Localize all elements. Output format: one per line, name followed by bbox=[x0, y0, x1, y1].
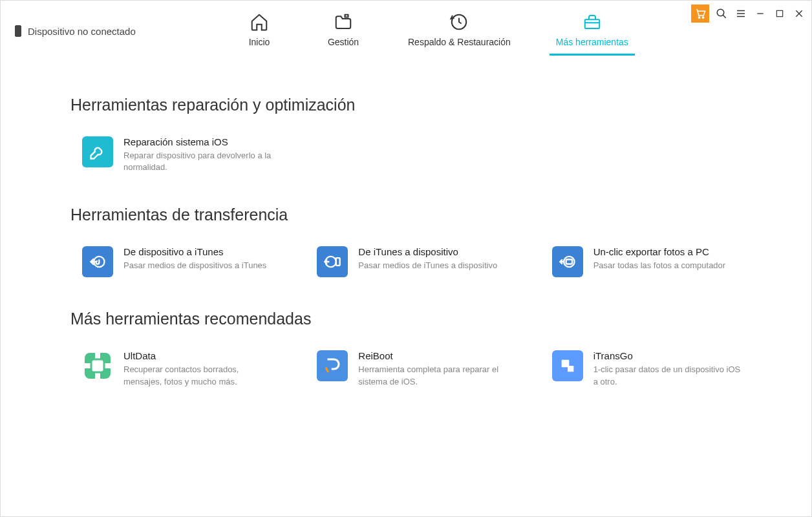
tool-title: ReiBoot bbox=[358, 350, 506, 361]
wrench-icon bbox=[82, 136, 113, 167]
tool-title: De dispositivo a iTunes bbox=[123, 246, 272, 257]
tool-title: iTransGo bbox=[593, 350, 742, 361]
tool-ios-repair[interactable]: Reparación sistema iOS Reparar dispositi… bbox=[82, 136, 289, 173]
maximize-button[interactable] bbox=[773, 6, 787, 21]
export-photos-icon bbox=[552, 246, 583, 277]
tool-text: iTransGo 1-clic pasar datos de un dispos… bbox=[593, 350, 742, 387]
svg-point-4 bbox=[717, 9, 724, 16]
section-recommended-title: Más herramientas recomendadas bbox=[70, 310, 742, 328]
tab-tools[interactable]: Más herramientas bbox=[556, 12, 628, 56]
repair-row: Reparación sistema iOS Reparar dispositi… bbox=[70, 136, 742, 173]
transfer-row: De dispositivo a iTunes Pasar medios de … bbox=[70, 246, 742, 277]
tool-desc: Herramienta completa para reparar el sis… bbox=[358, 364, 506, 387]
tab-manage[interactable]: Gestión bbox=[324, 12, 363, 56]
tool-ultdata[interactable]: UltData Recuperar contactos borrados, me… bbox=[82, 350, 272, 387]
device-to-itunes-icon bbox=[82, 246, 113, 277]
section-transfer-title: Herramientas de transferencia bbox=[70, 206, 742, 224]
svg-rect-8 bbox=[336, 258, 340, 266]
section-repair-title: Herramientas reparación y optimización bbox=[70, 96, 742, 114]
maximize-icon bbox=[775, 9, 784, 18]
nav-tabs: Inicio Gestión Respaldo & Restauración M… bbox=[240, 12, 628, 56]
toolbox-icon bbox=[582, 12, 602, 32]
window-controls bbox=[691, 5, 806, 23]
menu-button[interactable] bbox=[734, 6, 748, 21]
tool-title: UltData bbox=[123, 350, 272, 361]
tool-itunes-to-device[interactable]: De iTunes a dispositivo Pasar medios de … bbox=[317, 246, 506, 277]
recommended-row: UltData Recuperar contactos borrados, me… bbox=[70, 350, 742, 387]
minimize-button[interactable] bbox=[753, 6, 767, 21]
device-status: Dispositivo no conectado bbox=[1, 1, 136, 37]
tool-itransgo[interactable]: iTransGo 1-clic pasar datos de un dispos… bbox=[552, 350, 742, 387]
section-transfer: Herramientas de transferencia De disposi… bbox=[70, 206, 742, 277]
tool-text: ReiBoot Herramienta completa para repara… bbox=[358, 350, 506, 387]
header-bar: Dispositivo no conectado Inicio Gestión … bbox=[1, 1, 811, 60]
tool-text: UltData Recuperar contactos borrados, me… bbox=[123, 350, 272, 387]
tool-desc: Pasar todas las fotos a computador bbox=[593, 260, 742, 271]
itransgo-icon bbox=[552, 350, 583, 381]
svg-rect-10 bbox=[566, 260, 572, 264]
svg-rect-17 bbox=[568, 366, 573, 372]
tool-desc: 1-clic pasar datos de un dispositivo iOS… bbox=[593, 364, 742, 387]
folder-icon bbox=[334, 12, 353, 32]
tab-home-label: Inicio bbox=[249, 37, 270, 47]
main-content: Herramientas reparación y optimización R… bbox=[1, 60, 811, 388]
tab-home[interactable]: Inicio bbox=[240, 12, 279, 56]
cart-icon bbox=[694, 8, 706, 19]
tool-title: Un-clic exportar fotos a PC bbox=[593, 246, 742, 257]
menu-icon bbox=[735, 8, 747, 19]
tool-desc: Recuperar contactos borrados, mensajes, … bbox=[123, 364, 272, 387]
reiboot-icon bbox=[317, 350, 348, 381]
svg-point-2 bbox=[698, 17, 700, 18]
backup-icon bbox=[449, 12, 469, 32]
tab-backup-label: Respaldo & Restauración bbox=[408, 37, 511, 47]
search-icon bbox=[716, 8, 727, 19]
device-status-text: Dispositivo no conectado bbox=[28, 26, 136, 37]
tool-title: De iTunes a dispositivo bbox=[358, 246, 506, 257]
home-icon bbox=[250, 12, 269, 32]
svg-rect-14 bbox=[95, 352, 100, 380]
tool-text: De dispositivo a iTunes Pasar medios de … bbox=[123, 246, 272, 277]
tab-backup[interactable]: Respaldo & Restauración bbox=[408, 12, 511, 56]
cart-button[interactable] bbox=[691, 5, 709, 23]
itunes-to-device-icon bbox=[317, 246, 348, 277]
tab-tools-label: Más herramientas bbox=[556, 37, 628, 47]
tool-desc: Pasar medios de dispositivos a iTunes bbox=[123, 260, 272, 271]
section-recommended: Más herramientas recomendadas UltData Re… bbox=[70, 310, 742, 387]
close-button[interactable] bbox=[792, 6, 806, 21]
tool-text: De iTunes a dispositivo Pasar medios de … bbox=[358, 246, 506, 277]
search-button[interactable] bbox=[714, 6, 729, 21]
svg-point-3 bbox=[702, 17, 703, 18]
phone-icon bbox=[15, 25, 21, 37]
svg-rect-1 bbox=[585, 19, 600, 28]
ultdata-icon bbox=[82, 350, 113, 381]
tool-desc: Pasar medios de iTunes a dispositivo bbox=[358, 260, 506, 271]
svg-rect-5 bbox=[776, 10, 782, 16]
tool-desc: Reparar dispositivo para devolverlo a la… bbox=[123, 150, 289, 173]
tool-text: Reparación sistema iOS Reparar dispositi… bbox=[123, 136, 289, 173]
minimize-icon bbox=[755, 8, 765, 19]
tool-title: Reparación sistema iOS bbox=[123, 136, 289, 147]
section-repair: Herramientas reparación y optimización R… bbox=[70, 96, 742, 173]
tool-device-to-itunes[interactable]: De dispositivo a iTunes Pasar medios de … bbox=[82, 246, 272, 277]
close-icon bbox=[794, 8, 804, 19]
tool-text: Un-clic exportar fotos a PC Pasar todas … bbox=[593, 246, 742, 277]
tool-reiboot[interactable]: ReiBoot Herramienta completa para repara… bbox=[317, 350, 506, 387]
tab-manage-label: Gestión bbox=[328, 37, 359, 47]
tool-export-photos[interactable]: Un-clic exportar fotos a PC Pasar todas … bbox=[552, 246, 742, 277]
